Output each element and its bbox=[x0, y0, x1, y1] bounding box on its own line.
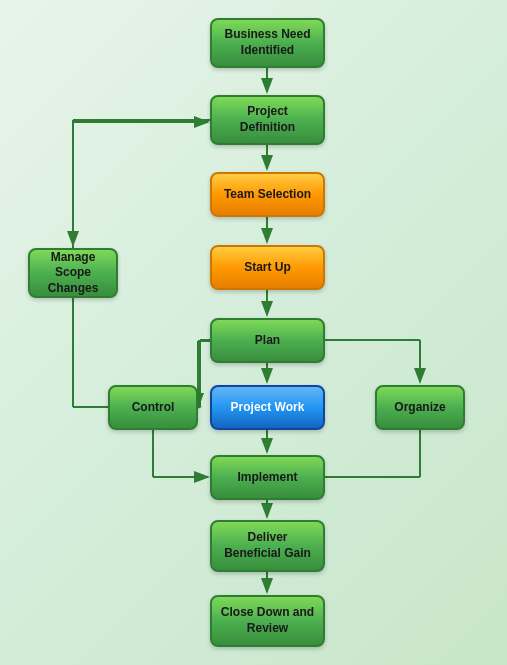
implement-node: Implement bbox=[210, 455, 325, 500]
diagram: Business Need Identified Project Definit… bbox=[0, 0, 507, 665]
project-work-node: Project Work bbox=[210, 385, 325, 430]
deliver-node: Deliver Beneficial Gain bbox=[210, 520, 325, 572]
plan-node: Plan bbox=[210, 318, 325, 363]
organize-node: Organize bbox=[375, 385, 465, 430]
business-need-node: Business Need Identified bbox=[210, 18, 325, 68]
team-selection-node: Team Selection bbox=[210, 172, 325, 217]
control-node: Control bbox=[108, 385, 198, 430]
close-down-node: Close Down and Review bbox=[210, 595, 325, 647]
project-definition-node: Project Definition bbox=[210, 95, 325, 145]
start-up-node: Start Up bbox=[210, 245, 325, 290]
manage-scope-node: Manage Scope Changes bbox=[28, 248, 118, 298]
